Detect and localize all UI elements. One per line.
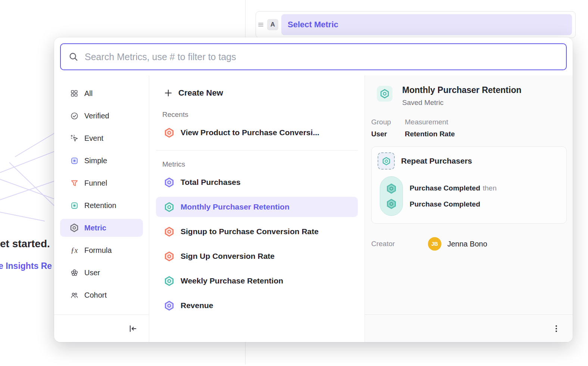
create-new-button[interactable]: Create New (156, 85, 358, 101)
list-item-recent-funnel[interactable]: View Product to Purchase Conversi... (156, 122, 358, 143)
funnel-hexagon-icon (164, 227, 174, 237)
sidebar-item-simple[interactable]: Simple (60, 152, 143, 170)
sidebar-item-verified[interactable]: Verified (60, 107, 143, 125)
detail-header: Monthly Purchaser Retention Saved Metric (377, 85, 567, 107)
retention-hexagon-icon (164, 202, 174, 212)
metric-hexagon-icon (164, 177, 174, 187)
sidebar-item-cohort[interactable]: Cohort (60, 286, 143, 304)
sidebar-item-label: Simple (84, 156, 107, 165)
sidebar-item-metric[interactable]: Metric (60, 219, 143, 237)
sidebar-footer (54, 314, 149, 342)
step-1-text: Purchase Completedthen (410, 184, 497, 192)
modal-body: All Verified (54, 75, 573, 342)
detail-title: Monthly Purchaser Retention (402, 85, 521, 95)
definition-icon-box (378, 152, 395, 170)
list-divider (156, 150, 358, 151)
list-item-metric-selected[interactable]: Monthly Purchaser Retention (156, 197, 358, 217)
creator-name: Jenna Bono (447, 240, 487, 248)
metrics-section-header: Metrics (162, 160, 358, 168)
detail-subtitle: Saved Metric (402, 99, 521, 107)
decorative-chart-lines (0, 123, 60, 224)
recents-section-header: Recents (162, 111, 358, 119)
sidebar-item-label: User (84, 269, 100, 277)
sidebar-item-label: All (84, 89, 93, 98)
metric-properties: Group User Measurement Retention Rate (371, 118, 567, 138)
create-new-label: Create New (178, 88, 223, 98)
get-started-text: et started. (0, 238, 50, 250)
grid-icon (70, 89, 79, 98)
sidebar-item-funnel[interactable]: Funnel (60, 174, 143, 192)
formula-fx-icon: ƒx (70, 246, 79, 255)
sidebar-item-label: Funnel (84, 179, 107, 187)
list-item-label: Revenue (181, 301, 213, 310)
creator-label: Creator (371, 240, 428, 248)
step-hexagon-icon (386, 199, 397, 209)
list-item-label: View Product to Purchase Conversi... (181, 128, 319, 137)
group-value: User (371, 130, 405, 138)
cohort-people-icon (70, 291, 79, 300)
simple-icon (70, 156, 79, 165)
insights-report-link[interactable]: e Insights Re (0, 261, 52, 271)
list-item-label: Weekly Purchase Retention (181, 276, 283, 285)
metric-hexagon-icon (164, 301, 174, 311)
list-item-metric[interactable]: Total Purchases (156, 172, 358, 192)
avatar: JB (428, 237, 441, 251)
metric-definition-card: Repeat Purchasers Purchase Completedthen (371, 146, 567, 224)
sidebar-item-retention[interactable]: Retention (60, 196, 143, 214)
select-metric-button[interactable]: Select Metric (281, 14, 572, 35)
metric-type-icon-box (377, 86, 392, 102)
definition-title: Repeat Purchasers (401, 156, 472, 165)
plus-icon (164, 89, 173, 97)
retention-hexagon-icon (380, 89, 390, 99)
measurement-label: Measurement (405, 118, 455, 126)
measurement-value: Retention Rate (405, 130, 455, 138)
collapse-panel-icon[interactable] (128, 324, 138, 334)
drag-handle-icon[interactable] (257, 21, 264, 28)
list-item-label: Total Purchases (181, 178, 241, 187)
list-item-metric[interactable]: Weekly Purchase Retention (156, 271, 358, 291)
metric-slot-badge[interactable]: A (267, 19, 278, 30)
sidebar-item-label: Verified (84, 112, 109, 120)
verified-badge-icon (70, 111, 79, 120)
creator-row: Creator JB Jenna Bono (371, 237, 567, 251)
list-item-metric[interactable]: Revenue (156, 295, 358, 316)
sidebar-item-label: Retention (84, 201, 116, 210)
metric-select-modal: All Verified (54, 37, 573, 342)
metric-detail-panel: Monthly Purchaser Retention Saved Metric… (365, 75, 573, 342)
list-item-metric[interactable]: Signup to Purchase Conversion Rate (156, 221, 358, 242)
group-label: Group (371, 118, 405, 126)
sidebar-item-event[interactable]: Event (60, 129, 143, 147)
retention-hexagon-icon (164, 276, 174, 286)
detail-footer (365, 314, 573, 342)
category-sidebar: All Verified (54, 75, 149, 342)
list-item-label: Sign Up Conversion Rate (181, 252, 275, 261)
sidebar-item-label: Cohort (84, 291, 107, 300)
more-options-icon[interactable] (553, 325, 560, 333)
sidebar-item-label: Formula (84, 246, 112, 255)
search-icon (68, 52, 79, 62)
list-item-metric[interactable]: Sign Up Conversion Rate (156, 246, 358, 266)
list-item-label: Monthly Purchaser Retention (181, 202, 290, 211)
funnel-icon (70, 179, 79, 187)
app-root: et started. e Insights Re A Select Metri… (0, 0, 588, 366)
funnel-hexagon-icon (164, 128, 174, 138)
sidebar-item-formula[interactable]: ƒx Formula (60, 241, 143, 259)
metric-list-column: Create New Recents View Product to Purch… (149, 75, 365, 342)
step-hexagon-icon (386, 183, 397, 194)
sidebar-item-label: Event (84, 134, 103, 143)
event-cursor-icon (70, 134, 79, 143)
search-input[interactable] (84, 51, 562, 63)
query-builder-card: A Select Metric (256, 11, 576, 38)
definition-header: Repeat Purchasers (378, 152, 560, 170)
sidebar-item-user[interactable]: User (60, 264, 143, 282)
retention-icon (70, 201, 79, 210)
sidebar-item-all[interactable]: All (60, 84, 143, 102)
metric-hexagon-icon (70, 223, 79, 232)
step-2-text: Purchase Completed (410, 200, 497, 208)
retention-hexagon-icon (382, 157, 391, 165)
funnel-hexagon-icon (164, 251, 174, 261)
definition-steps: Purchase Completedthen Purchase Complete… (380, 176, 560, 216)
search-box (60, 43, 567, 70)
steps-pill (380, 176, 403, 216)
detail-content: Monthly Purchaser Retention Saved Metric… (365, 75, 573, 314)
